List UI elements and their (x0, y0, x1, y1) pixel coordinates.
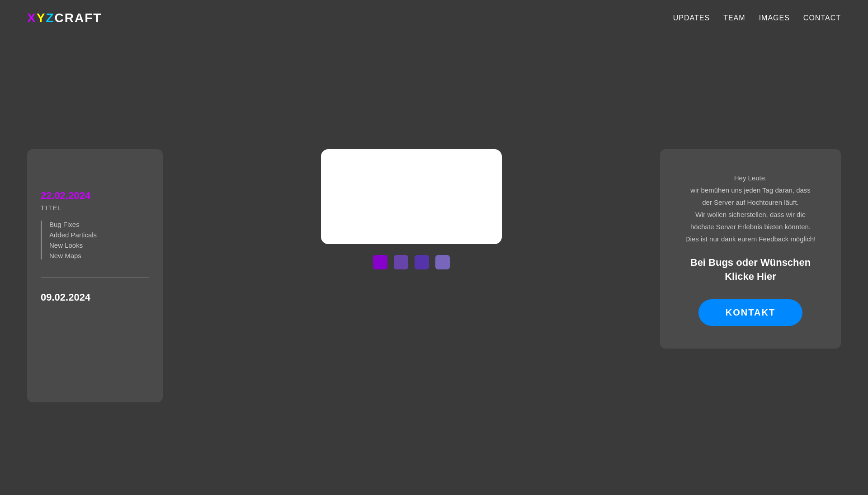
dot-2[interactable] (394, 255, 408, 269)
nav-images[interactable]: IMAGES (759, 14, 790, 22)
nav-updates[interactable]: UPDATES (673, 14, 710, 22)
logo-x: X (27, 11, 37, 25)
contact-cta-text: Bei Bugs oder WünschenKlicke Hier (690, 256, 811, 284)
logo-z: Z (46, 11, 54, 25)
primary-update-date: 22.02.2024 (41, 190, 149, 202)
list-item: New Looks (49, 241, 149, 249)
nav-contact[interactable]: CONTACT (803, 14, 841, 22)
slideshow-container (181, 149, 642, 269)
logo-craft: CRAFT (54, 11, 102, 25)
header: XYZCRAFT UPDATES TEAM IMAGES CONTACT (0, 0, 868, 36)
dot-4[interactable] (435, 255, 450, 269)
secondary-update-date: 09.02.2024 (41, 292, 149, 303)
logo: XYZCRAFT (27, 11, 102, 25)
list-item: Bug Fixes (49, 221, 149, 228)
updates-panel: 22.02.2024 TITEL Bug Fixes Added Partica… (27, 149, 163, 402)
primary-update-title: TITEL (41, 204, 149, 212)
contact-panel: Hey Leute, wir bemühen uns jeden Tag dar… (660, 149, 841, 349)
slideshow-dots (373, 255, 450, 269)
divider (41, 278, 149, 278)
main-nav: UPDATES TEAM IMAGES CONTACT (673, 14, 841, 22)
contact-body-text: Hey Leute, wir bemühen uns jeden Tag dar… (685, 172, 816, 245)
dot-3[interactable] (415, 255, 429, 269)
slideshow-image (321, 149, 502, 244)
logo-y: Y (37, 11, 46, 25)
dot-1[interactable] (373, 255, 387, 269)
nav-team[interactable]: TEAM (723, 14, 745, 22)
main-content: 22.02.2024 TITEL Bug Fixes Added Partica… (0, 122, 868, 402)
primary-update-items: Bug Fixes Added Particals New Looks New … (41, 221, 149, 259)
kontakt-button[interactable]: KONTAKT (698, 299, 802, 326)
list-item: New Maps (49, 252, 149, 259)
list-item: Added Particals (49, 231, 149, 239)
